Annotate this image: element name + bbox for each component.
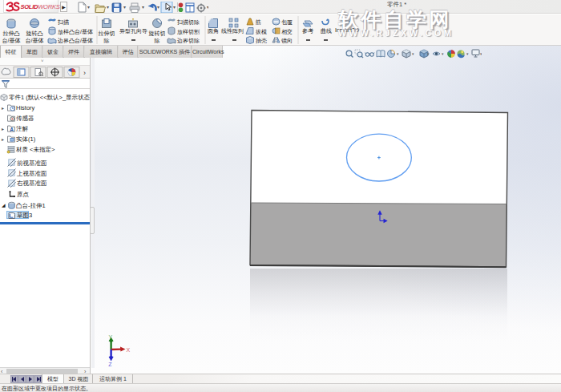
svg-text:▾: ▾ <box>123 5 126 10</box>
svg-text:▾: ▾ <box>142 5 144 10</box>
svg-text:Z: Z <box>108 362 112 367</box>
svg-text:▾: ▾ <box>107 5 109 10</box>
svg-text:▾: ▾ <box>412 51 414 56</box>
svg-text:▾: ▾ <box>466 51 469 56</box>
svg-text:A: A <box>10 127 14 132</box>
svg-text:▾: ▾ <box>427 51 430 56</box>
svg-text:▾: ▾ <box>87 5 90 10</box>
svg-text:›: › <box>83 69 86 77</box>
svg-text:SOLIDWORKS: SOLIDWORKS <box>21 3 60 10</box>
svg-text:▾: ▾ <box>207 5 208 10</box>
svg-text:▾: ▾ <box>480 51 482 56</box>
svg-text:Y: Y <box>109 334 113 340</box>
svg-text:▾: ▾ <box>173 5 176 10</box>
svg-text:▾: ▾ <box>157 5 159 10</box>
svg-text:▾: ▾ <box>442 51 444 56</box>
svg-text:X: X <box>127 347 131 353</box>
svg-text:▾: ▾ <box>397 51 399 56</box>
